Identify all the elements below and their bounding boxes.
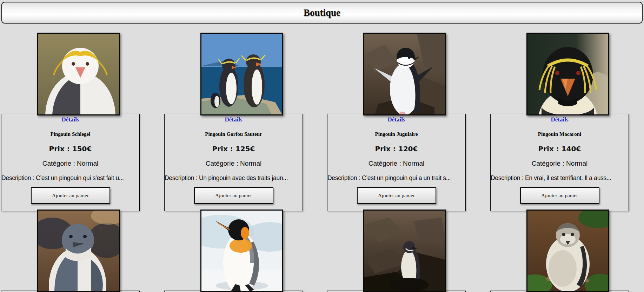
product-photo-penguin-chick xyxy=(526,210,609,292)
product-description: Description : En vrai, il est terrifiant… xyxy=(491,174,629,182)
product-card xyxy=(1,210,140,292)
product-price: Prix : 120€ xyxy=(327,145,465,153)
product-photo-little-blue-penguin xyxy=(37,210,120,292)
page-title: Boutique xyxy=(304,7,340,18)
product-card: Détails Pingouin Gorfou Sauteur Prix : 1… xyxy=(164,33,303,211)
product-name: Pingouin Schlegel xyxy=(1,131,139,137)
add-to-cart-button[interactable]: Ajouter au panier xyxy=(31,187,110,204)
product-name: Pingouin Gorfou Sauteur xyxy=(165,131,303,137)
product-details-box: Détails Pingouin Schlegel Prix : 150€ Ca… xyxy=(1,114,140,211)
product-price: Prix : 150€ xyxy=(1,145,139,153)
product-description: Description : Un pingouin avec des trait… xyxy=(165,174,303,182)
details-link[interactable]: Détails xyxy=(491,116,629,123)
product-category: Catégorie : Normal xyxy=(327,159,465,167)
product-details-box: Détails Pingouin Jugulaire Prix : 120€ C… xyxy=(327,114,466,211)
details-link[interactable]: Détails xyxy=(165,116,303,123)
product-card: Détails Pingouin Macaroni Prix : 140€ Ca… xyxy=(490,33,629,211)
add-to-cart-button[interactable]: Ajouter au panier xyxy=(357,187,436,204)
product-description: Description : C’est un pingouin qui a un… xyxy=(327,174,465,182)
product-price: Prix : 140€ xyxy=(491,145,629,153)
product-category: Catégorie : Normal xyxy=(165,159,303,167)
product-description: Description : C’est un pingouin qui s’es… xyxy=(1,174,139,182)
product-photo-macaroni-penguin xyxy=(526,33,609,115)
product-photo-king-penguin xyxy=(200,210,283,292)
product-photo-rockhopper-penguins xyxy=(200,33,283,115)
product-price: Prix : 125€ xyxy=(165,145,303,153)
add-to-cart-button[interactable]: Ajouter au panier xyxy=(194,187,273,204)
page-header: Boutique xyxy=(1,2,643,24)
product-card xyxy=(164,210,303,292)
product-name: Pingouin Jugulaire xyxy=(327,131,465,137)
product-details-box: Détails Pingouin Macaroni Prix : 140€ Ca… xyxy=(490,114,629,211)
product-category: Catégorie : Normal xyxy=(1,159,139,167)
product-card: Détails Pingouin Schlegel Prix : 150€ Ca… xyxy=(1,33,140,211)
add-to-cart-button[interactable]: Ajouter au panier xyxy=(520,187,599,204)
product-category: Catégorie : Normal xyxy=(491,159,629,167)
product-photo-penguin-on-rocks xyxy=(363,210,446,292)
details-link[interactable]: Détails xyxy=(1,116,139,123)
product-card xyxy=(327,210,466,292)
product-card: Détails Pingouin Jugulaire Prix : 120€ C… xyxy=(327,33,466,211)
product-photo-chinstrap-penguin xyxy=(363,33,446,115)
product-photo-royal-penguin xyxy=(37,33,120,115)
product-details-box: Détails Pingouin Gorfou Sauteur Prix : 1… xyxy=(164,114,303,211)
product-card xyxy=(490,210,629,292)
product-name: Pingouin Macaroni xyxy=(491,131,629,137)
details-link[interactable]: Détails xyxy=(327,116,465,123)
